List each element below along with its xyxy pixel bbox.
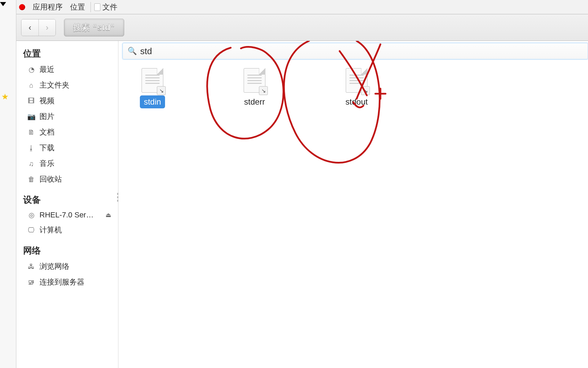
symlink-badge-icon: ↘ — [361, 86, 370, 95]
computer-icon: 🖵 — [28, 227, 35, 233]
menubar-divider — [91, 2, 91, 12]
sidebar-item-label: 计算机 — [39, 225, 62, 235]
host-left-strip: ★ — [0, 0, 16, 368]
home-icon: ⌂ — [28, 82, 35, 89]
symlink-badge-icon: ↘ — [259, 86, 268, 95]
sidebar-section-places: 位置 — [16, 46, 118, 62]
sidebar-item-browse-network[interactable]: 🖧 浏览网络 — [16, 259, 118, 274]
sidebar-item-trash[interactable]: 🗑 回收站 — [16, 171, 118, 187]
menu-applications[interactable]: 应用程序 — [29, 1, 66, 14]
sidebar: 位置 ◔ 最近 ⌂ 主文件夹 🎞 视频 📷 图片 🗎 文档 ⭳ — [16, 41, 118, 368]
sidebar-item-label: 文档 — [39, 127, 54, 137]
file-stderr[interactable]: ↘ stderr — [234, 68, 275, 108]
search-input[interactable] — [140, 46, 583, 57]
toolbar: ‹ › 搜索 “std” — [16, 14, 588, 41]
film-icon: 🎞 — [28, 97, 35, 104]
path-search-label: 搜索 “std” — [73, 22, 115, 33]
forward-button[interactable]: › — [38, 19, 55, 36]
camera-icon: 📷 — [28, 113, 35, 120]
music-icon: ♫ — [28, 160, 35, 167]
back-button[interactable]: ‹ — [21, 19, 38, 36]
sidebar-item-connect-server[interactable]: 🖳 连接到服务器 — [16, 274, 118, 290]
sidebar-item-label: 图片 — [39, 111, 54, 122]
sidebar-item-videos[interactable]: 🎞 视频 — [16, 93, 118, 109]
taskbar-window-entry[interactable]: 文件 — [94, 2, 117, 12]
file-stdin[interactable]: ↘ stdin — [132, 68, 173, 108]
content-area: 🔍 ↘ stdin ↘ stderr — [118, 41, 588, 368]
window-title: 文件 — [102, 2, 117, 12]
network-browse-icon: 🖧 — [28, 263, 35, 270]
server-icon: 🖳 — [28, 279, 35, 286]
sidebar-item-label: 音乐 — [39, 158, 54, 169]
file-name-label: stderr — [241, 96, 268, 108]
chevron-right-icon: › — [46, 23, 49, 32]
sidebar-item-label: 下载 — [39, 143, 54, 153]
file-link-icon: ↘ — [142, 68, 163, 93]
sidebar-item-label: 回收站 — [39, 174, 62, 184]
sidebar-item-documents[interactable]: 🗎 文档 — [16, 124, 118, 140]
dropdown-arrow-icon[interactable] — [0, 2, 6, 6]
file-manager-icon — [94, 3, 100, 11]
file-link-icon: ↘ — [346, 68, 368, 93]
document-icon: 🗎 — [28, 129, 35, 136]
sidebar-item-label: 视频 — [39, 96, 54, 106]
trash-icon: 🗑 — [28, 176, 35, 183]
sidebar-item-label: RHEL-7.0 Ser… — [39, 211, 94, 219]
sidebar-item-music[interactable]: ♫ 音乐 — [16, 156, 118, 171]
file-stdout[interactable]: ↘ stdout — [336, 68, 377, 108]
nav-buttons: ‹ › — [21, 19, 56, 36]
file-name-label: stdin — [141, 96, 165, 108]
sidebar-item-label: 连接到服务器 — [39, 277, 84, 287]
sidebar-item-recent[interactable]: ◔ 最近 — [16, 62, 118, 77]
sidebar-section-network: 网络 — [16, 243, 118, 259]
eject-icon[interactable]: ⏏ — [105, 211, 111, 219]
sidebar-item-pictures[interactable]: 📷 图片 — [16, 109, 118, 124]
menubar: 应用程序 位置 文件 — [16, 0, 588, 14]
menu-places[interactable]: 位置 — [67, 1, 88, 14]
bookmark-star-icon[interactable]: ★ — [1, 92, 9, 102]
search-icon: 🔍 — [128, 47, 137, 56]
download-icon: ⭳ — [28, 144, 35, 151]
sidebar-item-rhel-disc[interactable]: ◎ RHEL-7.0 Ser… ⏏ — [16, 208, 118, 222]
sidebar-item-computer[interactable]: 🖵 计算机 — [16, 222, 118, 238]
file-name-label: stdout — [342, 96, 371, 108]
path-search-pill[interactable]: 搜索 “std” — [64, 19, 124, 36]
sidebar-item-label: 最近 — [39, 64, 54, 75]
search-bar[interactable]: 🔍 — [122, 43, 588, 59]
clock-icon: ◔ — [28, 66, 35, 73]
sidebar-item-label: 浏览网络 — [39, 261, 69, 272]
main-split: 位置 ◔ 最近 ⌂ 主文件夹 🎞 视频 📷 图片 🗎 文档 ⭳ — [16, 41, 588, 368]
file-grid[interactable]: ↘ stdin ↘ stderr ↘ stdout — [118, 65, 588, 368]
file-link-icon: ↘ — [244, 68, 265, 93]
sidebar-section-devices: 设备 — [16, 192, 118, 208]
disc-icon: ◎ — [28, 212, 35, 218]
sidebar-item-downloads[interactable]: ⭳ 下载 — [16, 140, 118, 156]
sidebar-item-home[interactable]: ⌂ 主文件夹 — [16, 77, 118, 93]
sidebar-item-label: 主文件夹 — [39, 80, 69, 90]
chevron-left-icon: ‹ — [29, 23, 31, 32]
distro-logo-icon[interactable] — [19, 4, 25, 10]
symlink-badge-icon: ↘ — [157, 86, 166, 95]
file-manager-window: 应用程序 位置 文件 ‹ › 搜索 “std” 位置 ◔ 最近 — [16, 0, 588, 368]
